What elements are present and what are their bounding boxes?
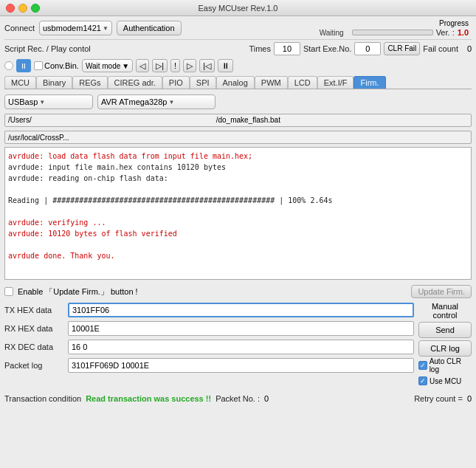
- tab-spi[interactable]: SPI: [190, 76, 216, 89]
- log-line-8: [8, 239, 468, 250]
- conv-bin-checkbox[interactable]: [34, 61, 43, 70]
- tx-hex-label: TX HEX data: [4, 306, 63, 314]
- conv-bin-label: Conv.Bin.: [44, 61, 79, 70]
- startexe-label: Start Exe.No.: [303, 44, 351, 53]
- rx-hex-row: RX HEX data: [4, 320, 414, 337]
- connect-device-select[interactable]: usbmodem1421 ▼: [39, 21, 112, 35]
- tab-mcu[interactable]: MCU: [4, 76, 36, 89]
- tab-extif[interactable]: Ext.I/F: [317, 76, 354, 89]
- use-mcu-label: Use MCU: [430, 377, 461, 385]
- retry-value: 0: [467, 394, 472, 403]
- auto-clr-row: ✓ Auto CLR log: [418, 359, 472, 372]
- connect-label: Connect: [4, 24, 35, 32]
- success-text: Read transaction was success !!: [86, 394, 211, 403]
- send-button[interactable]: Send: [418, 322, 472, 338]
- start-button[interactable]: |◁: [199, 59, 215, 72]
- tab-analog[interactable]: Analog: [216, 76, 255, 89]
- tab-pwm[interactable]: PWM: [255, 76, 288, 89]
- chip-arrow: ▼: [168, 99, 174, 106]
- log-line-3: [8, 184, 468, 195]
- log-line-4: Reading | ##############################…: [8, 195, 468, 206]
- tab-regs[interactable]: REGs: [72, 76, 107, 89]
- failcount-label: Fail count: [423, 44, 458, 53]
- tab-cireg-adr[interactable]: CIREG adr.: [108, 76, 162, 89]
- packet-log-label: Packet log: [4, 361, 63, 370]
- tab-binary[interactable]: Binary: [36, 76, 72, 89]
- packet-log-row: Packet log: [4, 357, 414, 374]
- wait-mode-arrow: ▼: [122, 62, 129, 70]
- pause2-button[interactable]: ⏸: [218, 59, 233, 72]
- tab-lcd[interactable]: LCD: [288, 76, 317, 89]
- clr-fail-button[interactable]: CLR Fail: [384, 42, 420, 55]
- script-label: Script Rec. / Play contol: [4, 44, 91, 53]
- prev-button[interactable]: ▷|: [152, 59, 168, 72]
- wait-mode-select[interactable]: Wait mode ▼: [82, 59, 133, 72]
- script-row: Script Rec. / Play contol Times Start Ex…: [4, 39, 472, 55]
- rx-hex-label: RX HEX data: [4, 324, 63, 333]
- skip-button[interactable]: ▷: [183, 59, 196, 72]
- device-row: USBasp ▼ AVR ATmega328p ▼: [4, 93, 472, 111]
- times-label: Times: [249, 44, 271, 53]
- tx-hex-row: TX HEX data: [4, 302, 414, 318]
- clr-log-button[interactable]: CLR log: [418, 340, 472, 357]
- connect-device-arrow: ▼: [103, 25, 108, 32]
- log-line-0: avrdude: load data flash data from input…: [8, 151, 468, 162]
- failcount-value: 0: [461, 44, 472, 53]
- manual-section: TX HEX data RX HEX data RX DEC data Pack…: [4, 302, 472, 388]
- progress-label: Progress: [439, 19, 469, 27]
- controls-row: ⏸ Conv.Bin. Wait mode ▼ ◁ ▷| ! ▷ |◁ ⏸: [4, 58, 472, 74]
- use-mcu-checkbox[interactable]: ✓: [418, 376, 427, 385]
- log-area[interactable]: avrdude: load data flash data from input…: [4, 147, 472, 280]
- progress-bar: [352, 30, 433, 35]
- progress-status: Waiting: [320, 29, 349, 37]
- packet-log-input[interactable]: [68, 358, 414, 373]
- rx-dec-input[interactable]: [68, 340, 414, 354]
- rx-dec-label: RX DEC data: [4, 343, 63, 351]
- chip-value: AVR ATmega328p: [101, 97, 167, 106]
- path1-input[interactable]: [4, 114, 472, 127]
- chip-select[interactable]: AVR ATmega328p ▼: [97, 94, 215, 109]
- tx-hex-input[interactable]: [68, 303, 414, 317]
- title-bar: Easy MCUser Rev.1.0: [0, 0, 476, 16]
- times-input[interactable]: [274, 42, 300, 55]
- window-title: Easy MCUser Rev.1.0: [199, 4, 278, 13]
- play-pause-button[interactable]: ⏸: [16, 59, 31, 72]
- close-button[interactable]: [6, 4, 15, 13]
- authentication-button[interactable]: Authentication: [117, 21, 182, 35]
- rewind-button[interactable]: ◁: [136, 59, 149, 72]
- maximize-button[interactable]: [31, 4, 40, 13]
- top-row: Connect usbmodem1421 ▼ Authentication Pr…: [4, 19, 472, 37]
- wait-mode-value: Wait mode: [86, 62, 120, 70]
- enable-firm-checkbox[interactable]: [4, 287, 13, 296]
- log-line-2: avrdude: reading on-chip flash data:: [8, 173, 468, 184]
- minimize-button[interactable]: [18, 4, 27, 13]
- rx-hex-input[interactable]: [68, 321, 414, 336]
- enable-firm-label: Enable 「Update Firm.」 button !: [18, 286, 138, 297]
- enable-firm-row: Enable 「Update Firm.」 button ! Update Fi…: [4, 283, 472, 300]
- connect-device-value: usbmodem1421: [43, 24, 101, 32]
- startexe-input[interactable]: [354, 42, 381, 55]
- tab-pio[interactable]: PIO: [162, 76, 190, 89]
- tab-firm[interactable]: Firm.: [353, 76, 385, 89]
- manual-control-label: Manual control: [418, 302, 472, 320]
- hex-fields: TX HEX data RX HEX data RX DEC data Pack…: [4, 302, 414, 388]
- step-button[interactable]: !: [170, 59, 180, 72]
- traffic-lights: [6, 4, 40, 13]
- radio-button[interactable]: [4, 61, 13, 70]
- use-mcu-row: ✓ Use MCU: [418, 374, 472, 388]
- status-row: Transaction condition Read transaction w…: [4, 392, 472, 405]
- retry-label: Retry count =: [414, 394, 463, 403]
- log-line-1: avrdude: input file main.hex contains 10…: [8, 162, 468, 173]
- mcu-select[interactable]: USBasp ▼: [4, 94, 93, 109]
- update-firm-button[interactable]: Update Firm.: [411, 285, 472, 298]
- path2-input[interactable]: [4, 131, 472, 144]
- rx-dec-row: RX DEC data: [4, 339, 414, 355]
- condition-label: Transaction condition: [4, 394, 81, 403]
- path1-row: [4, 113, 472, 128]
- mcu-value: USBasp: [8, 97, 38, 106]
- packet-value: 0: [264, 394, 269, 403]
- auto-clr-checkbox[interactable]: ✓: [418, 361, 427, 370]
- conv-bin-row: Conv.Bin.: [34, 61, 79, 70]
- mcu-arrow: ▼: [39, 99, 45, 106]
- log-line-6: avrdude: verifying ...: [8, 217, 468, 228]
